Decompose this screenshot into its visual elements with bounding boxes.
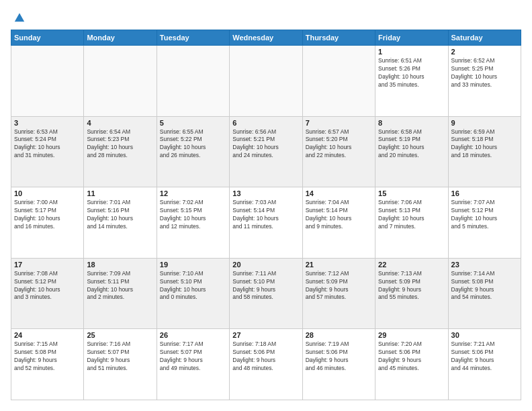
calendar-cell: 26Sunrise: 7:17 AM Sunset: 5:07 PM Dayli…	[157, 329, 229, 400]
day-info: Sunrise: 7:16 AM Sunset: 5:07 PM Dayligh…	[87, 340, 153, 373]
calendar-cell: 2Sunrise: 6:52 AM Sunset: 5:25 PM Daylig…	[448, 46, 521, 117]
day-info: Sunrise: 6:52 AM Sunset: 5:25 PM Dayligh…	[451, 57, 518, 89]
day-info: Sunrise: 7:07 AM Sunset: 5:12 PM Dayligh…	[451, 199, 518, 231]
day-info: Sunrise: 6:51 AM Sunset: 5:26 PM Dayligh…	[378, 57, 445, 89]
day-number: 18	[87, 261, 153, 269]
day-number: 5	[160, 119, 226, 127]
day-info: Sunrise: 7:08 AM Sunset: 5:12 PM Dayligh…	[14, 270, 81, 302]
logo	[11, 11, 26, 23]
day-info: Sunrise: 7:13 AM Sunset: 5:09 PM Dayligh…	[378, 270, 445, 302]
day-info: Sunrise: 7:06 AM Sunset: 5:13 PM Dayligh…	[378, 199, 445, 231]
calendar-cell: 21Sunrise: 7:12 AM Sunset: 5:09 PM Dayli…	[302, 258, 375, 329]
calendar-cell: 18Sunrise: 7:09 AM Sunset: 5:11 PM Dayli…	[84, 258, 157, 329]
day-info: Sunrise: 7:12 AM Sunset: 5:09 PM Dayligh…	[306, 270, 372, 302]
calendar-cell: 8Sunrise: 6:58 AM Sunset: 5:19 PM Daylig…	[375, 116, 448, 187]
weekday-header-sunday: Sunday	[11, 30, 84, 46]
calendar-week-2: 3Sunrise: 6:53 AM Sunset: 5:24 PM Daylig…	[11, 116, 521, 187]
day-info: Sunrise: 6:56 AM Sunset: 5:21 PM Dayligh…	[232, 128, 299, 161]
calendar-cell	[11, 46, 84, 117]
logo-icon	[13, 11, 26, 23]
day-info: Sunrise: 7:17 AM Sunset: 5:07 PM Dayligh…	[160, 340, 226, 373]
day-info: Sunrise: 6:55 AM Sunset: 5:22 PM Dayligh…	[160, 128, 226, 161]
day-number: 7	[306, 119, 372, 127]
day-info: Sunrise: 6:57 AM Sunset: 5:20 PM Dayligh…	[306, 128, 372, 161]
calendar-cell: 5Sunrise: 6:55 AM Sunset: 5:22 PM Daylig…	[157, 116, 229, 187]
calendar-cell: 11Sunrise: 7:01 AM Sunset: 5:16 PM Dayli…	[84, 187, 157, 259]
day-number: 26	[160, 331, 226, 339]
calendar-cell: 16Sunrise: 7:07 AM Sunset: 5:12 PM Dayli…	[448, 187, 521, 259]
calendar-cell	[302, 46, 375, 117]
weekday-header-friday: Friday	[375, 30, 448, 46]
day-info: Sunrise: 6:58 AM Sunset: 5:19 PM Dayligh…	[378, 128, 445, 161]
svg-marker-0	[15, 13, 24, 22]
weekday-header-thursday: Thursday	[302, 30, 375, 46]
calendar-cell: 9Sunrise: 6:59 AM Sunset: 5:18 PM Daylig…	[448, 116, 521, 187]
calendar-cell: 4Sunrise: 6:54 AM Sunset: 5:23 PM Daylig…	[84, 116, 157, 187]
calendar-cell: 19Sunrise: 7:10 AM Sunset: 5:10 PM Dayli…	[157, 258, 229, 329]
day-number: 15	[378, 189, 445, 197]
calendar-cell	[230, 46, 302, 117]
day-info: Sunrise: 6:53 AM Sunset: 5:24 PM Dayligh…	[14, 128, 81, 161]
calendar-cell: 17Sunrise: 7:08 AM Sunset: 5:12 PM Dayli…	[11, 258, 84, 329]
calendar-cell: 28Sunrise: 7:19 AM Sunset: 5:06 PM Dayli…	[302, 329, 375, 400]
day-info: Sunrise: 6:54 AM Sunset: 5:23 PM Dayligh…	[87, 128, 153, 161]
day-info: Sunrise: 7:19 AM Sunset: 5:06 PM Dayligh…	[306, 340, 372, 373]
day-number: 21	[306, 261, 372, 269]
calendar-cell: 23Sunrise: 7:14 AM Sunset: 5:08 PM Dayli…	[448, 258, 521, 329]
day-info: Sunrise: 7:15 AM Sunset: 5:08 PM Dayligh…	[14, 340, 81, 373]
calendar-cell	[157, 46, 229, 117]
day-number: 28	[306, 331, 372, 339]
day-number: 25	[87, 331, 153, 339]
day-info: Sunrise: 7:20 AM Sunset: 5:06 PM Dayligh…	[378, 340, 445, 373]
day-info: Sunrise: 7:03 AM Sunset: 5:14 PM Dayligh…	[232, 199, 299, 231]
calendar-cell: 25Sunrise: 7:16 AM Sunset: 5:07 PM Dayli…	[84, 329, 157, 400]
calendar-week-3: 10Sunrise: 7:00 AM Sunset: 5:17 PM Dayli…	[11, 187, 521, 259]
calendar-cell: 22Sunrise: 7:13 AM Sunset: 5:09 PM Dayli…	[375, 258, 448, 329]
calendar-table: SundayMondayTuesdayWednesdayThursdayFrid…	[11, 30, 521, 400]
calendar-cell: 3Sunrise: 6:53 AM Sunset: 5:24 PM Daylig…	[11, 116, 84, 187]
page: SundayMondayTuesdayWednesdayThursdayFrid…	[0, 0, 532, 411]
day-number: 16	[451, 189, 518, 197]
calendar-cell: 1Sunrise: 6:51 AM Sunset: 5:26 PM Daylig…	[375, 46, 448, 117]
day-number: 27	[232, 331, 299, 339]
day-number: 11	[87, 189, 153, 197]
header	[11, 11, 521, 23]
day-info: Sunrise: 7:02 AM Sunset: 5:15 PM Dayligh…	[160, 199, 226, 231]
day-number: 19	[160, 261, 226, 269]
day-info: Sunrise: 7:14 AM Sunset: 5:08 PM Dayligh…	[451, 270, 518, 302]
weekday-header-row: SundayMondayTuesdayWednesdayThursdayFrid…	[11, 30, 521, 46]
calendar-cell: 13Sunrise: 7:03 AM Sunset: 5:14 PM Dayli…	[230, 187, 302, 259]
weekday-header-monday: Monday	[84, 30, 157, 46]
calendar-cell: 15Sunrise: 7:06 AM Sunset: 5:13 PM Dayli…	[375, 187, 448, 259]
calendar-week-5: 24Sunrise: 7:15 AM Sunset: 5:08 PM Dayli…	[11, 329, 521, 400]
day-number: 6	[232, 119, 299, 127]
calendar-week-1: 1Sunrise: 6:51 AM Sunset: 5:26 PM Daylig…	[11, 46, 521, 117]
day-info: Sunrise: 7:18 AM Sunset: 5:06 PM Dayligh…	[232, 340, 299, 373]
weekday-header-saturday: Saturday	[448, 30, 521, 46]
day-number: 29	[378, 331, 445, 339]
calendar-cell: 10Sunrise: 7:00 AM Sunset: 5:17 PM Dayli…	[11, 187, 84, 259]
day-info: Sunrise: 7:10 AM Sunset: 5:10 PM Dayligh…	[160, 270, 226, 302]
day-number: 20	[232, 261, 299, 269]
weekday-header-wednesday: Wednesday	[230, 30, 302, 46]
day-number: 3	[14, 119, 81, 127]
day-number: 10	[14, 189, 81, 197]
calendar-cell: 29Sunrise: 7:20 AM Sunset: 5:06 PM Dayli…	[375, 329, 448, 400]
day-number: 23	[451, 261, 518, 269]
day-number: 4	[87, 119, 153, 127]
logo-text	[11, 11, 26, 23]
day-number: 13	[232, 189, 299, 197]
calendar-cell: 7Sunrise: 6:57 AM Sunset: 5:20 PM Daylig…	[302, 116, 375, 187]
calendar-cell: 12Sunrise: 7:02 AM Sunset: 5:15 PM Dayli…	[157, 187, 229, 259]
day-number: 9	[451, 119, 518, 127]
day-number: 2	[451, 48, 518, 56]
day-number: 22	[378, 261, 445, 269]
day-info: Sunrise: 6:59 AM Sunset: 5:18 PM Dayligh…	[451, 128, 518, 161]
weekday-header-tuesday: Tuesday	[157, 30, 229, 46]
calendar-cell: 6Sunrise: 6:56 AM Sunset: 5:21 PM Daylig…	[230, 116, 302, 187]
day-info: Sunrise: 7:01 AM Sunset: 5:16 PM Dayligh…	[87, 199, 153, 231]
calendar-cell: 24Sunrise: 7:15 AM Sunset: 5:08 PM Dayli…	[11, 329, 84, 400]
day-number: 30	[451, 331, 518, 339]
day-number: 1	[378, 48, 445, 56]
day-number: 17	[14, 261, 81, 269]
